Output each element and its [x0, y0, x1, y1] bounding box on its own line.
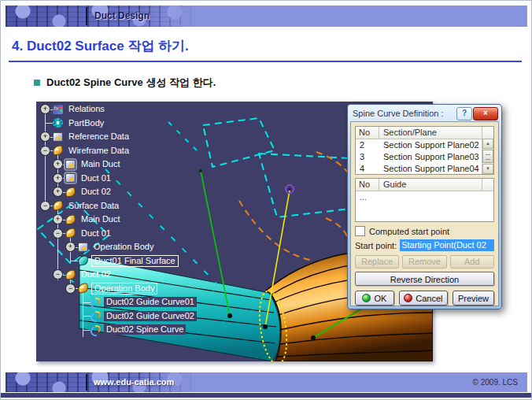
tree-item-label: Duct02 Spine Curve	[104, 324, 186, 335]
add-button-disabled: Add	[450, 255, 494, 269]
remove-button-disabled: Remove	[402, 255, 446, 269]
tree-item-label: Duct02 Guide Curve02	[104, 311, 197, 321]
tree-item-wireframe-data[interactable]: − Wireframe Data	[36, 144, 257, 158]
body-icon	[65, 160, 76, 169]
tree-item-label: Duct 01	[79, 228, 113, 239]
tree-expander[interactable]: +	[40, 104, 50, 114]
help-button[interactable]: ?	[456, 107, 472, 120]
tree-item-label: Surface Data	[66, 201, 121, 211]
section-row[interactable]: 2Section Support Plane02	[356, 139, 493, 151]
tree-item-duct-02[interactable]: + Duct 02	[36, 185, 257, 199]
body-icon	[78, 243, 88, 252]
footer-website: www.edu-catia.com	[94, 372, 174, 392]
tree-item-main-duct[interactable]: + Main Duct	[36, 157, 257, 172]
tree-expander[interactable]: −	[53, 228, 63, 239]
surface-icon	[65, 214, 76, 225]
title-underline	[9, 61, 522, 62]
page-title: 4. Duct02 Surface 작업 하기.	[12, 37, 189, 55]
tree-item-surface-data[interactable]: − Surface Data	[36, 199, 257, 213]
guide-list[interactable]: No Guide ...	[355, 178, 494, 222]
dialog-footer-buttons: OK Cancel Preview	[355, 291, 494, 306]
tree-item-duct-01[interactable]: − Duct 01	[36, 227, 257, 241]
start-point-field[interactable]: Starting Point(Duct 02	[400, 239, 494, 251]
col-guide: Guide	[379, 179, 482, 191]
tree-item-label: Duct 02	[79, 187, 113, 197]
ok-green-ball-icon	[362, 294, 371, 302]
tree-item-duct02-guide-curve01[interactable]: Duct02 Guide Curve01	[36, 295, 257, 309]
tree-item-duct01-final-surface[interactable]: Duct01 Final Surface	[36, 254, 257, 269]
start-point-label: Start point:	[355, 241, 397, 250]
banner-label: Duct Design	[94, 6, 150, 27]
surface-icon	[65, 187, 76, 198]
close-icon[interactable]: ×	[473, 107, 498, 120]
tree-item-duct-02[interactable]: − Duct 02	[36, 268, 257, 282]
tealsurf-icon	[77, 255, 89, 266]
curve-icon	[91, 325, 101, 335]
curve-icon	[91, 311, 101, 320]
replace-remove-add-row: ReplaceRemoveAdd	[355, 255, 494, 269]
tree-expander[interactable]: −	[40, 146, 50, 156]
tree-item-label: Duct 02	[79, 269, 113, 280]
col-section-plane: Section/Plane	[379, 127, 482, 139]
tree-item-label: Duct 01	[79, 173, 113, 183]
slide: Duct Design 4. Duct02 Surface 작업 하기. Duc…	[0, 0, 532, 400]
section-plane-list[interactable]: No Section/Plane 2Section Support Plane0…	[355, 126, 494, 175]
tree-expander[interactable]: +	[53, 173, 63, 183]
footer-banner: www.edu-catia.com © 2009. LCS	[6, 372, 527, 392]
bullet-square-icon	[34, 80, 40, 86]
section-list-header: No Section/Plane	[356, 127, 493, 139]
tree-item-operation-body[interactable]: + Operation Body	[36, 240, 257, 254]
fx-icon	[53, 105, 63, 114]
footer-copyright: © 2009. LCS	[473, 372, 518, 392]
tree-item-label: Duct02 Guide Curve01	[104, 297, 197, 307]
bullet-text: Duct02 Spine Curve 생성 작업 한다.	[46, 76, 216, 90]
tree-expander[interactable]: +	[53, 187, 63, 197]
tree-item-label: Operation Body	[91, 283, 157, 294]
tree-item-relations[interactable]: + Relations	[36, 102, 257, 117]
tree-expander[interactable]: +	[53, 159, 63, 169]
scroll-down-icon[interactable]: ▼	[482, 164, 493, 174]
col-no: No	[356, 127, 379, 139]
tree-expander[interactable]: +	[65, 242, 76, 252]
tree-item-label: Relations	[66, 104, 107, 114]
section-list-scrollbar[interactable]: ▲ ▼	[482, 139, 493, 174]
section-row[interactable]: 4Section Support Plane04	[356, 163, 493, 175]
start-point-row: Start point: Starting Point(Duct 02	[355, 239, 494, 251]
wireframe-orange-curves	[239, 152, 357, 261]
tree-item-duct-01[interactable]: + Duct 01	[36, 172, 257, 186]
ok-button[interactable]: OK	[355, 291, 394, 306]
specification-tree: + Relations PartBody + Reference Data − …	[36, 102, 257, 337]
preview-button[interactable]: Preview	[453, 291, 494, 306]
computed-start-point-row: Computed start point	[355, 226, 494, 236]
scroll-up-icon[interactable]: ▲	[482, 139, 493, 149]
tree-item-partbody[interactable]: PartBody	[36, 117, 257, 131]
computed-start-point-checkbox[interactable]	[355, 226, 365, 236]
scrollbar-thumb[interactable]	[482, 150, 493, 163]
tree-item-operation-body[interactable]: − Operation Body	[36, 282, 257, 296]
body-icon	[53, 132, 63, 142]
dialog-title: Spine Curve Definition :	[353, 107, 444, 120]
tree-item-duct02-guide-curve02[interactable]: Duct02 Guide Curve02	[36, 309, 257, 324]
gear-icon	[53, 118, 63, 128]
tree-expander[interactable]: +	[40, 131, 50, 142]
tree-item-duct02-spine-curve[interactable]: Duct02 Spine Curve	[36, 323, 257, 337]
header-banner: Duct Design	[6, 6, 527, 27]
spine-curve-definition-dialog[interactable]: Spine Curve Definition : ? × No Section/…	[347, 104, 502, 309]
bullet-item: Duct02 Spine Curve 생성 작업 한다.	[34, 76, 216, 90]
curve-icon	[91, 298, 101, 307]
tree-expander[interactable]: −	[53, 269, 63, 280]
cancel-button[interactable]: Cancel	[399, 291, 448, 306]
section-row[interactable]: 3Section Support Plane03	[356, 151, 493, 163]
col-no: No	[356, 179, 379, 191]
tree-expander[interactable]: −	[40, 201, 50, 211]
cancel-red-ball-icon	[404, 294, 412, 302]
reverse-direction-button[interactable]: Reverse Direction	[355, 272, 494, 286]
surface-icon	[77, 283, 89, 294]
tree-expander[interactable]: +	[53, 214, 63, 224]
computed-start-point-label: Computed start point	[369, 227, 449, 236]
tree-item-reference-data[interactable]: + Reference Data	[36, 130, 257, 144]
tree-item-main-duct[interactable]: + Main Duct	[36, 213, 257, 227]
tree-item-label: Operation Body	[91, 242, 156, 252]
tree-expander[interactable]: −	[65, 283, 76, 294]
tree-item-label: Duct01 Final Surface	[91, 255, 179, 267]
